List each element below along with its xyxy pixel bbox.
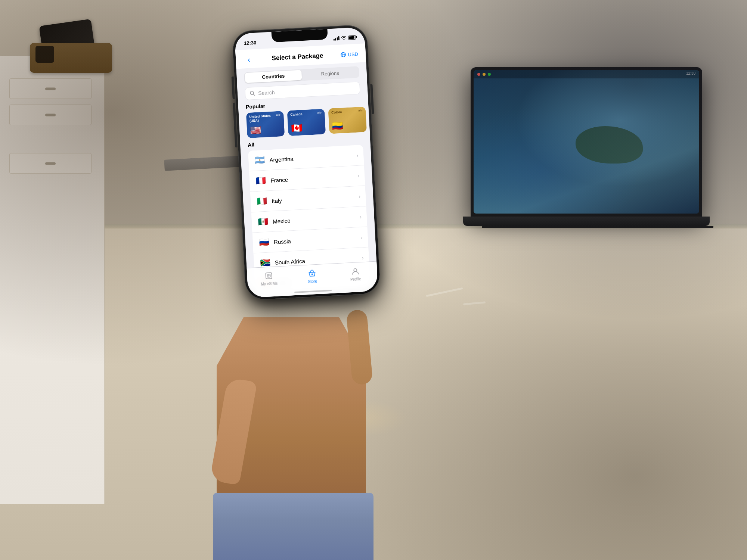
card-country-name-colombia: Colom xyxy=(331,110,342,115)
country-name-italy: Italy xyxy=(272,193,355,204)
card-flag-usa: 🇺🇸 xyxy=(250,124,282,136)
flag-russia: 🇷🇺 xyxy=(258,237,270,248)
country-name-mexico: Mexico xyxy=(273,214,356,225)
segment-control: Countries Regions xyxy=(244,66,359,84)
chevron-mexico: › xyxy=(360,214,362,220)
profile-label: Profile xyxy=(350,277,361,281)
search-bar[interactable]: Search xyxy=(245,81,360,100)
tab-countries[interactable]: Countries xyxy=(245,70,302,83)
search-icon xyxy=(250,91,255,96)
tab-store[interactable]: Store xyxy=(290,268,334,285)
store-icon xyxy=(307,268,317,279)
tab-my-esims[interactable]: My eSIMs xyxy=(247,270,291,287)
currency-button[interactable]: USD xyxy=(340,51,358,57)
phone: 12:30 xyxy=(232,25,380,300)
card-flag-canada: 🇨🇦 xyxy=(291,122,322,134)
currency-label: USD xyxy=(348,51,358,57)
card-country-name-usa: United States(USA) xyxy=(249,114,271,123)
wooden-tray xyxy=(30,43,112,73)
chevron-russia: › xyxy=(361,234,363,240)
popular-card-usa[interactable]: United States(USA) alo 🇺🇸 xyxy=(246,111,285,138)
flag-mexico: 🇲🇽 xyxy=(257,217,269,227)
profile-icon xyxy=(350,266,360,276)
chevron-france: › xyxy=(357,173,360,179)
bottom-tab-bar: My eSIMs Store xyxy=(247,261,378,298)
svg-line-2 xyxy=(341,55,345,55)
flag-argentina: 🇦🇷 xyxy=(254,155,266,166)
globe-icon xyxy=(340,52,346,57)
flag-italy: 🇮🇹 xyxy=(256,196,268,207)
tab-profile[interactable]: Profile xyxy=(334,265,378,283)
chevron-italy: › xyxy=(359,193,361,199)
chevron-argentina: › xyxy=(356,152,359,158)
status-icons xyxy=(333,35,356,41)
laptop: 12:30 xyxy=(471,67,725,261)
card-country-name-canada: Canada xyxy=(290,112,303,116)
country-name-france: France xyxy=(270,173,354,184)
status-time: 12:30 xyxy=(244,40,257,46)
search-placeholder: Search xyxy=(258,85,355,96)
my-esims-label: My eSIMs xyxy=(261,281,278,286)
signal-icon xyxy=(333,36,340,41)
my-esims-icon xyxy=(264,271,274,281)
chevron-south-africa: › xyxy=(362,255,364,261)
page-title: Select a Package xyxy=(272,52,323,62)
back-button[interactable]: ‹ xyxy=(243,54,255,66)
popular-card-colombia[interactable]: Colom alo 🇨🇴 xyxy=(328,107,367,134)
popular-card-canada[interactable]: Canada alo 🇨🇦 xyxy=(287,109,326,136)
svg-line-4 xyxy=(253,94,255,96)
phone-screen: 12:30 xyxy=(235,27,378,298)
flag-france: 🇫🇷 xyxy=(255,176,267,186)
phone-body: 12:30 xyxy=(232,25,380,300)
card-brand-colombia: alo xyxy=(358,109,363,112)
card-brand-usa: alo xyxy=(276,113,280,116)
card-flag-colombia: 🇨🇴 xyxy=(332,119,363,131)
popular-cards: United States(USA) alo 🇺🇸 Canada alo xyxy=(239,106,370,139)
card-brand-canada: alo xyxy=(317,111,322,114)
hand xyxy=(209,280,377,560)
battery-icon xyxy=(348,35,356,40)
cabinet xyxy=(0,56,105,504)
country-name-argentina: Argentina xyxy=(269,152,353,163)
svg-point-10 xyxy=(354,268,357,271)
country-name-russia: Russia xyxy=(274,234,357,245)
wifi-icon xyxy=(341,35,347,40)
svg-point-9 xyxy=(311,273,313,275)
app-content: ‹ Select a Package USD Countries Regi xyxy=(235,43,378,298)
desk-items-left xyxy=(30,22,134,116)
store-label: Store xyxy=(308,279,317,284)
tab-regions[interactable]: Regions xyxy=(301,67,359,80)
